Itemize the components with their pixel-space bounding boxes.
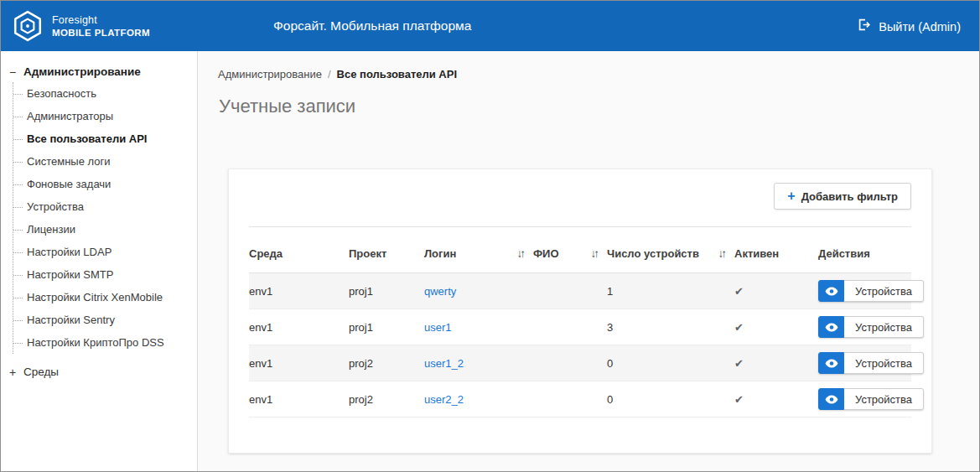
sidebar: − Администрирование Безопасность Админис… <box>1 51 198 471</box>
cell-devices-count: 0 <box>607 345 734 381</box>
cell-devices-count: 3 <box>607 309 734 345</box>
cell-project: proj1 <box>349 273 424 309</box>
app-logo: Foresight MOBILE PLATFORM <box>1 10 150 42</box>
logout-button[interactable]: Выйти (Admin) <box>856 18 961 35</box>
active-check-icon: ✔ <box>734 393 744 406</box>
cell-env: env1 <box>249 309 349 345</box>
cell-fio <box>533 309 607 345</box>
active-check-icon: ✔ <box>734 285 744 298</box>
view-eye-button[interactable] <box>818 388 844 410</box>
view-eye-button[interactable] <box>818 316 844 338</box>
sidebar-item-ldap-settings[interactable]: Настройки LDAP <box>13 241 197 263</box>
foresight-logo-icon <box>12 10 44 42</box>
active-check-icon: ✔ <box>734 357 744 370</box>
sidebar-item-security[interactable]: Безопасность <box>13 82 197 105</box>
page-title: Учетные записи <box>219 96 355 117</box>
cell-devices-count: 1 <box>607 273 734 309</box>
cell-env: env1 <box>249 345 349 381</box>
main-content: Администрирование/Все пользователи API У… <box>198 51 979 471</box>
sort-icon-devices-count[interactable]: ↓↑ <box>718 247 729 260</box>
sidebar-item-background-tasks[interactable]: Фоновые задачи <box>13 173 197 195</box>
sidebar-item-administrators[interactable]: Администраторы <box>13 105 197 127</box>
col-header-project: Проект <box>349 227 424 273</box>
top-header: Foresight MOBILE PLATFORM Форсайт. Мобил… <box>1 1 979 51</box>
sort-icon-fio[interactable]: ↓↑ <box>591 247 601 260</box>
sidebar-section-administration[interactable]: − Администрирование <box>1 61 197 82</box>
logout-icon <box>856 18 871 35</box>
col-header-fio: ФИО↓↑ <box>533 227 607 273</box>
cell-fio <box>533 381 607 418</box>
login-link[interactable]: user1_2 <box>424 357 464 370</box>
login-link[interactable]: user2_2 <box>424 393 464 406</box>
login-link[interactable]: user1 <box>424 321 452 334</box>
logo-subtitle: MOBILE PLATFORM <box>52 28 150 38</box>
sidebar-section-environments[interactable]: + Среды <box>1 361 197 382</box>
row-actions: Устройства <box>818 388 924 410</box>
sidebar-item-citrix-settings[interactable]: Настройки Citrix XenMobile <box>13 286 197 309</box>
devices-button[interactable]: Устройства <box>844 352 924 374</box>
sidebar-item-licenses[interactable]: Лицензии <box>13 218 197 241</box>
cell-fio <box>533 345 607 381</box>
expand-icon[interactable]: + <box>8 366 18 378</box>
collapse-icon[interactable]: − <box>8 66 18 78</box>
sidebar-section-environments-label: Среды <box>23 366 59 378</box>
logo-title: Foresight <box>52 14 150 26</box>
col-header-devices-count: Число устройств↓↑ <box>607 227 734 273</box>
devices-button[interactable]: Устройства <box>844 316 924 338</box>
table-row: env1 proj1 qwerty 1 ✔ Устройства <box>249 273 911 309</box>
logout-label: Выйти (Admin) <box>879 19 961 33</box>
sidebar-item-api-users[interactable]: Все пользователи API <box>13 127 197 150</box>
accounts-table: Среда Проект Логин↓↑ ФИО↓↑ Число устройс… <box>249 226 911 418</box>
add-filter-button[interactable]: + Добавить фильтр <box>774 183 911 210</box>
sidebar-item-smtp-settings[interactable]: Настройки SMTP <box>13 263 197 286</box>
table-row: env1 proj2 user2_2 0 ✔ Устройства <box>249 381 911 418</box>
sidebar-item-system-logs[interactable]: Системные логи <box>13 150 197 173</box>
add-filter-label: Добавить фильтр <box>801 190 898 203</box>
cell-project: proj2 <box>349 381 424 418</box>
sidebar-item-devices[interactable]: Устройства <box>13 195 197 218</box>
table-header-row: Среда Проект Логин↓↑ ФИО↓↑ Число устройс… <box>249 227 911 273</box>
view-eye-button[interactable] <box>818 352 844 374</box>
cell-project: proj1 <box>349 309 424 345</box>
breadcrumb-current: Все пользователи API <box>337 68 457 80</box>
cell-project: proj2 <box>349 345 424 381</box>
breadcrumb: Администрирование/Все пользователи API <box>218 68 457 80</box>
devices-button[interactable]: Устройства <box>844 388 924 410</box>
row-actions: Устройства <box>818 316 924 338</box>
card-toolbar: + Добавить фильтр <box>249 183 911 210</box>
view-eye-button[interactable] <box>818 280 844 302</box>
row-actions: Устройства <box>818 352 924 374</box>
sidebar-administration-children: Безопасность Администраторы Все пользова… <box>13 82 197 354</box>
sidebar-section-administration-label: Администрирование <box>23 65 141 78</box>
accounts-card: + Добавить фильтр Среда Проект Логин↓↑ <box>228 169 932 454</box>
active-check-icon: ✔ <box>734 321 744 334</box>
col-header-env: Среда <box>249 227 349 273</box>
plus-icon: + <box>787 189 795 203</box>
logo-text: Foresight MOBILE PLATFORM <box>52 14 150 38</box>
row-actions: Устройства <box>818 280 924 302</box>
app-window: Foresight MOBILE PLATFORM Форсайт. Мобил… <box>0 0 980 472</box>
cell-fio <box>533 273 607 309</box>
sidebar-item-cryptopro-settings[interactable]: Настройки КриптоПро DSS <box>13 331 197 354</box>
cell-env: env1 <box>249 273 349 309</box>
cell-env: env1 <box>249 381 349 418</box>
col-header-active: Активен <box>734 227 818 273</box>
app-title: Форсайт. Мобильная платформа <box>273 18 471 34</box>
devices-button[interactable]: Устройства <box>844 280 924 302</box>
breadcrumb-separator: / <box>328 68 331 80</box>
col-header-actions: Действия <box>818 227 911 273</box>
table-row: env1 proj2 user1_2 0 ✔ Устройства <box>249 345 911 381</box>
breadcrumb-administration[interactable]: Администрирование <box>218 68 322 80</box>
table-row: env1 proj1 user1 3 ✔ Устройства <box>249 309 911 345</box>
login-link[interactable]: qwerty <box>424 285 456 298</box>
col-header-login: Логин↓↑ <box>424 227 533 273</box>
sort-icon-login[interactable]: ↓↑ <box>517 247 527 260</box>
sidebar-item-sentry-settings[interactable]: Настройки Sentry <box>13 309 197 331</box>
cell-devices-count: 0 <box>607 381 734 418</box>
